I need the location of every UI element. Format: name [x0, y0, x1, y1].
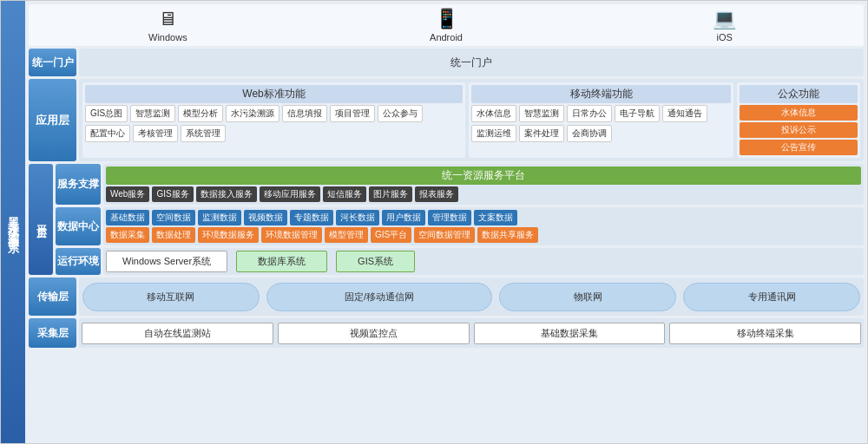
data-item: 环境数据服务 [198, 227, 259, 243]
env-row: 运行环境 Windows Server系统 数据库系统 GIS系统 [56, 248, 864, 275]
transport-cloud1: 移动互联网 [82, 283, 260, 311]
app-item: 水污染溯源 [226, 105, 279, 122]
collect-item: 基础数据采集 [474, 323, 666, 344]
service-item: Web服务 [106, 186, 149, 202]
app-item: 考核管理 [133, 125, 178, 142]
main-container: 黑臭水体监测体系 🖥 Windows 📱 Android 💻 iOS 统一门户 … [0, 0, 868, 444]
portal-title: 统一门户 [79, 49, 864, 76]
service-item: 图片服务 [369, 186, 412, 202]
app-item: 配置中心 [85, 125, 130, 142]
mobile-item: 电子导航 [615, 105, 660, 122]
data-item: GIS平台 [371, 227, 411, 243]
device-android: 📱 Android [307, 4, 586, 46]
data-item: 视频数据 [244, 210, 287, 225]
collect-content: 自动在线监测站 视频监控点 基础数据采集 移动终端采集 [79, 318, 864, 348]
app-item: GIS总图 [85, 105, 128, 122]
app-item: 信息填报 [282, 105, 327, 122]
service-item: GIS服务 [152, 186, 193, 202]
mobile-item: 通知通告 [662, 105, 707, 122]
data-row1: 基础数据 空间数据 监测数据 视频数据 专题数据 河长数据 用户数据 管理数据 … [106, 210, 861, 225]
public-item: 公告宣传 [740, 140, 858, 155]
data-item: 环境数据管理 [261, 227, 322, 243]
service-platform-title: 统一资源服务平台 [106, 166, 861, 185]
portal-label: 统一门户 [29, 49, 76, 76]
app-web: Web标准功能 GIS总图 智慧监测 模型分析 水污染溯源 信息填报 项目管理 … [82, 82, 465, 158]
data-item: 数据采集 [106, 227, 149, 243]
service-item: 数据接入服务 [196, 186, 257, 202]
data-item: 基础数据 [106, 210, 149, 225]
data-item: 空间数据管理 [414, 227, 475, 243]
device-windows: 🖥 Windows [29, 4, 307, 46]
app-public: 公众功能 水体信息 投诉公示 公告宣传 [737, 82, 860, 158]
data-item: 空间数据 [152, 210, 195, 225]
env-item: 数据库系统 [236, 251, 327, 272]
data-item: 河长数据 [336, 210, 379, 225]
mobile-item: 会商协调 [567, 125, 612, 142]
platform-row: 平台层 服务支撑 统一资源服务平台 Web服务 GIS服务 数据接入服务 移动应… [29, 164, 864, 275]
data-row2: 数据采集 数据处理 环境数据服务 环境数据管理 模型管理 GIS平台 空间数据管… [106, 227, 861, 243]
service-row: 服务支撑 统一资源服务平台 Web服务 GIS服务 数据接入服务 移动应用服务 … [56, 164, 864, 205]
collect-label: 采集层 [29, 318, 76, 348]
transport-label: 传输层 [29, 278, 76, 316]
collect-row: 采集层 自动在线监测站 视频监控点 基础数据采集 移动终端采集 [29, 318, 864, 348]
app-mobile-grid: 水体信息 智慧监测 日常办公 电子导航 通知通告 监测运维 案件处理 会商协调 [471, 105, 731, 142]
data-item: 用户数据 [382, 210, 425, 225]
device-ios: 💻 iOS [585, 4, 864, 46]
mobile-item: 水体信息 [471, 105, 516, 122]
transport-cloud4: 专用通讯网 [683, 283, 860, 311]
app-public-title: 公众功能 [740, 85, 858, 103]
platform-content: 服务支撑 统一资源服务平台 Web服务 GIS服务 数据接入服务 移动应用服务 … [56, 164, 864, 275]
data-item: 数据处理 [152, 227, 195, 243]
content-area: 🖥 Windows 📱 Android 💻 iOS 统一门户 统一门户 应用层 [25, 1, 867, 443]
env-item: Windows Server系统 [106, 251, 227, 272]
data-label: 数据中心 [56, 207, 101, 245]
app-web-title: Web标准功能 [85, 85, 463, 103]
data-item: 专题数据 [290, 210, 333, 225]
transport-content: 移动互联网 固定/移动通信网 物联网 专用通讯网 [79, 278, 864, 316]
env-content: Windows Server系统 数据库系统 GIS系统 [103, 248, 864, 275]
data-item: 文案数据 [474, 210, 517, 225]
data-item: 监测数据 [198, 210, 241, 225]
transport-cloud3: 物联网 [499, 283, 676, 311]
app-item: 公众参与 [378, 105, 423, 122]
collect-item: 视频监控点 [278, 323, 470, 344]
app-item: 模型分析 [178, 105, 223, 122]
collect-item: 移动终端采集 [669, 323, 861, 344]
device-row: 🖥 Windows 📱 Android 💻 iOS [29, 4, 864, 46]
main-vertical-label: 黑臭水体监测体系 [1, 1, 25, 443]
service-item: 移动应用服务 [260, 186, 320, 202]
app-item: 系统管理 [181, 125, 226, 142]
app-section: Web标准功能 GIS总图 智慧监测 模型分析 水污染溯源 信息填报 项目管理 … [79, 79, 864, 161]
service-content: 统一资源服务平台 Web服务 GIS服务 数据接入服务 移动应用服务 短信服务 … [103, 164, 864, 205]
env-label: 运行环境 [56, 248, 101, 275]
portal-content: 统一门户 [79, 49, 864, 76]
app-public-grid: 水体信息 投诉公示 公告宣传 [740, 105, 858, 155]
collect-item: 自动在线监测站 [82, 323, 273, 344]
app-content: Web标准功能 GIS总图 智慧监测 模型分析 水污染溯源 信息填报 项目管理 … [79, 79, 864, 161]
service-item: 短信服务 [323, 186, 366, 202]
app-layer-row: 应用层 Web标准功能 GIS总图 智慧监测 模型分析 水污染溯源 信息填报 项… [29, 79, 864, 161]
app-web-grid: GIS总图 智慧监测 模型分析 水污染溯源 信息填报 项目管理 公众参与 配置中… [85, 105, 463, 142]
mobile-item: 日常办公 [567, 105, 612, 122]
app-item: 智慧监测 [130, 105, 175, 122]
public-item: 水体信息 [740, 105, 858, 121]
data-row: 数据中心 基础数据 空间数据 监测数据 视频数据 专题数据 河长数据 用户数据 … [56, 207, 864, 245]
transport-row: 传输层 移动互联网 固定/移动通信网 物联网 专用通讯网 [29, 278, 864, 316]
app-mobile-title: 移动终端功能 [471, 85, 731, 103]
portal-row: 统一门户 统一门户 [29, 49, 864, 76]
mobile-item: 案件处理 [519, 125, 564, 142]
service-items: Web服务 GIS服务 数据接入服务 移动应用服务 短信服务 图片服务 报表服务 [106, 186, 861, 202]
app-item: 项目管理 [330, 105, 375, 122]
data-item: 数据共享服务 [477, 227, 538, 243]
data-content: 基础数据 空间数据 监测数据 视频数据 专题数据 河长数据 用户数据 管理数据 … [103, 207, 864, 245]
app-label: 应用层 [29, 79, 76, 161]
platform-vertical-label: 平台层 [29, 164, 53, 275]
env-item: GIS系统 [336, 251, 415, 272]
public-item: 投诉公示 [740, 122, 858, 138]
data-item: 模型管理 [325, 227, 368, 243]
app-mobile: 移动终端功能 水体信息 智慧监测 日常办公 电子导航 通知通告 监测运维 案件处… [469, 82, 733, 158]
service-item: 报表服务 [415, 186, 458, 202]
mobile-item: 监测运维 [471, 125, 516, 142]
service-label: 服务支撑 [56, 164, 101, 205]
mobile-item: 智慧监测 [519, 105, 564, 122]
